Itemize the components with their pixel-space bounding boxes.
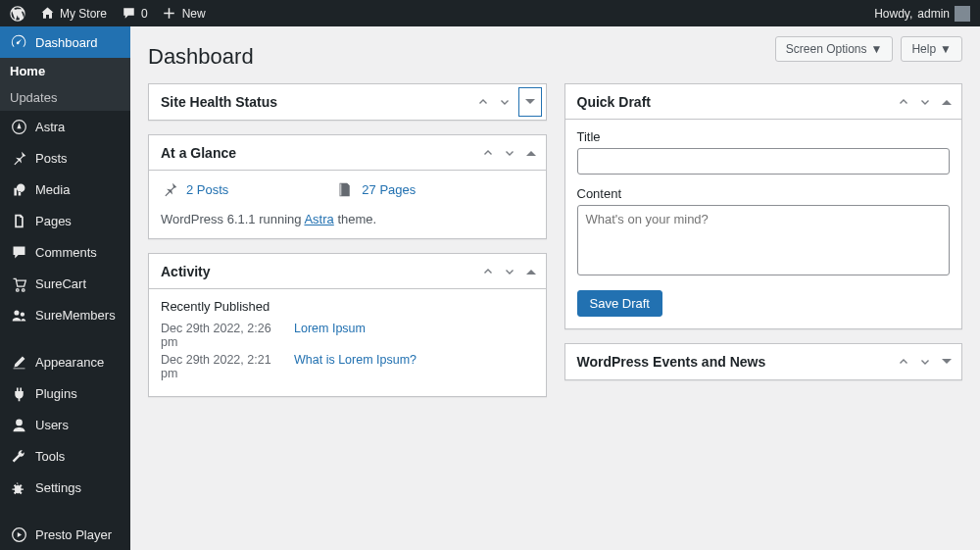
postbox-header: Quick Draft <box>565 84 962 120</box>
avatar <box>955 6 970 22</box>
move-up-button[interactable] <box>893 91 914 113</box>
adminbar-right: Howdy, admin <box>874 6 970 22</box>
plugins-icon <box>10 384 27 402</box>
suremembers-icon <box>10 306 27 324</box>
astra-icon <box>10 118 27 135</box>
menu-separator <box>0 503 130 519</box>
menu-dashboard[interactable]: Dashboard <box>0 26 130 58</box>
postbox-body: Recently Published Dec 29th 2022, 2:26 p… <box>149 289 546 396</box>
postbox-controls <box>477 142 542 164</box>
page-header: Dashboard Screen Options ▼ Help ▼ <box>148 26 962 70</box>
plus-icon <box>162 6 177 22</box>
submenu-home[interactable]: Home <box>0 58 130 84</box>
wp-version: WordPress 6.1.1 running Astra theme. <box>161 212 534 226</box>
glance-posts-link[interactable]: 2 Posts <box>161 180 228 198</box>
wp-logo[interactable] <box>10 6 25 22</box>
comments-icon <box>10 243 27 261</box>
draft-content-input[interactable] <box>577 205 951 275</box>
activity-post-link[interactable]: Lorem Ipsum <box>294 322 366 349</box>
quick-draft-box: Quick Draft Title Content Save Draft <box>564 83 963 329</box>
menu-media[interactable]: Media <box>0 174 130 205</box>
site-name-link[interactable]: My Store <box>39 6 107 22</box>
menu-tools[interactable]: Tools <box>0 440 130 472</box>
menu-users[interactable]: Users <box>0 409 130 440</box>
menu-astra[interactable]: Astra <box>0 111 130 142</box>
menu-suremembers[interactable]: SureMembers <box>0 299 130 330</box>
toggle-panel-button[interactable] <box>520 261 542 282</box>
settings-icon <box>10 478 27 496</box>
menu-surecart[interactable]: SureCart <box>0 268 130 299</box>
move-down-button[interactable] <box>499 261 520 282</box>
save-draft-button[interactable]: Save Draft <box>577 290 662 317</box>
pages-icon <box>10 212 27 229</box>
presto-icon <box>10 525 27 543</box>
site-name-label: My Store <box>60 7 107 21</box>
postbox-title: Site Health Status <box>161 94 277 110</box>
menu-pages[interactable]: Pages <box>0 205 130 236</box>
theme-link[interactable]: Astra <box>304 212 333 226</box>
menu-settings[interactable]: Settings <box>0 472 130 503</box>
move-down-button[interactable] <box>914 91 936 113</box>
glance-posts-label: 2 Posts <box>186 182 228 197</box>
toggle-panel-button[interactable] <box>518 87 542 117</box>
submenu-updates[interactable]: Updates <box>0 84 130 111</box>
postbox-controls <box>893 91 957 113</box>
help-button[interactable]: Help ▼ <box>901 36 962 62</box>
move-up-button[interactable] <box>477 142 499 164</box>
glance-pages-link[interactable]: 27 Pages <box>336 180 416 198</box>
menu-posts[interactable]: Posts <box>0 142 130 174</box>
menu-plugins[interactable]: Plugins <box>0 377 130 409</box>
adminbar: My Store 0 New Howdy, admin <box>0 0 980 26</box>
toggle-panel-button[interactable] <box>936 351 957 373</box>
menu-presto[interactable]: Presto Player <box>0 519 130 550</box>
activity-date: Dec 29th 2022, 2:21 pm <box>161 353 284 380</box>
comment-icon <box>121 6 136 22</box>
tools-icon <box>10 447 27 465</box>
menu-comments[interactable]: Comments <box>0 236 130 268</box>
caret-down-icon: ▼ <box>940 42 952 56</box>
menu-label: Tools <box>35 449 65 464</box>
postbox-body: 2 Posts 27 Pages WordPress 6.1.1 running… <box>149 171 546 238</box>
move-down-button[interactable] <box>499 142 520 164</box>
submenu-dashboard: Home Updates <box>0 58 130 111</box>
menu-label: Comments <box>35 245 97 260</box>
move-down-button[interactable] <box>494 91 515 113</box>
move-up-button[interactable] <box>472 91 494 113</box>
screen-options-button[interactable]: Screen Options ▼ <box>775 36 894 62</box>
media-icon <box>10 180 27 198</box>
dashboard-columns: Site Health Status At a Glance <box>148 83 962 397</box>
at-a-glance-box: At a Glance 2 Posts <box>148 134 547 239</box>
draft-title-input[interactable] <box>577 148 951 175</box>
caret-down-icon: ▼ <box>871 42 883 56</box>
menu-label: SureMembers <box>35 308 116 323</box>
admin-menu: Dashboard Home Updates Astra Posts Media… <box>0 26 130 550</box>
postbox-body: Title Content Save Draft <box>565 120 962 328</box>
activity-row: Dec 29th 2022, 2:21 pm What is Lorem Ips… <box>161 353 534 380</box>
postbox-controls <box>477 261 542 282</box>
menu-label: Appearance <box>35 355 104 370</box>
page-title: Dashboard <box>148 44 254 70</box>
menu-appearance[interactable]: Appearance <box>0 346 130 377</box>
svg-point-3 <box>16 419 23 425</box>
account-link[interactable]: Howdy, admin <box>874 6 970 22</box>
appearance-icon <box>10 353 27 371</box>
toggle-panel-button[interactable] <box>936 91 957 113</box>
comments-link[interactable]: 0 <box>121 6 148 22</box>
menu-label: SureCart <box>35 276 86 291</box>
new-content-link[interactable]: New <box>162 6 206 22</box>
postbox-header: Site Health Status <box>149 84 546 120</box>
glance-row: 2 Posts 27 Pages <box>161 180 534 198</box>
comments-count: 0 <box>141 7 148 21</box>
site-health-box: Site Health Status <box>148 83 547 121</box>
move-up-button[interactable] <box>893 351 914 373</box>
content-label: Content <box>577 186 951 201</box>
move-up-button[interactable] <box>477 261 499 282</box>
move-down-button[interactable] <box>914 351 936 373</box>
activity-row: Dec 29th 2022, 2:26 pm Lorem Ipsum <box>161 322 534 349</box>
postbox-header: Activity <box>149 254 546 289</box>
toggle-panel-button[interactable] <box>520 142 542 164</box>
menu-label: Astra <box>35 120 65 134</box>
menu-dashboard-label: Dashboard <box>35 35 98 50</box>
activity-post-link[interactable]: What is Lorem Ipsum? <box>294 353 416 380</box>
postbox-title: Quick Draft <box>577 94 651 110</box>
